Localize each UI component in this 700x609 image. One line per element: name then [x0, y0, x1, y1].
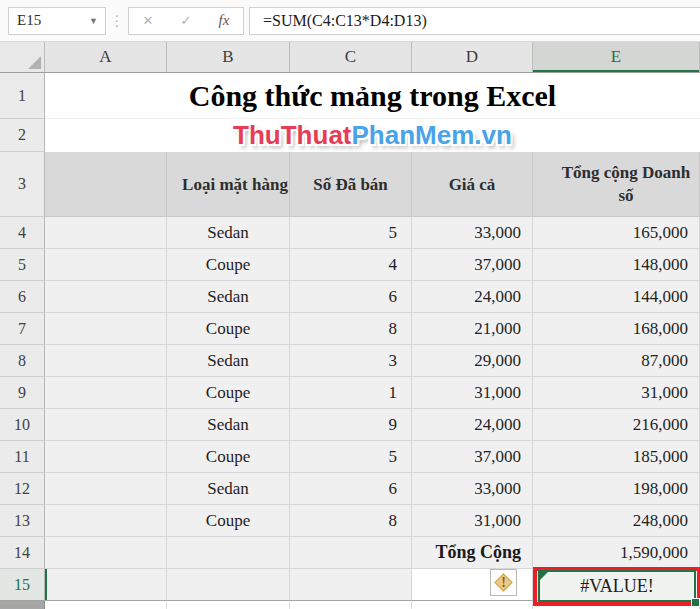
- cell-qty[interactable]: 6: [290, 473, 412, 505]
- cell-qty[interactable]: 3: [290, 345, 412, 377]
- error-options-button[interactable]: !: [490, 569, 517, 596]
- cell-qty[interactable]: 5: [290, 217, 412, 249]
- cell-c15[interactable]: [290, 569, 412, 601]
- cell-item-type[interactable]: Sedan: [167, 217, 290, 249]
- row-header[interactable]: 11: [0, 441, 45, 473]
- cell-a[interactable]: [45, 441, 167, 473]
- cell-total[interactable]: 198,000: [533, 473, 700, 505]
- cell-price[interactable]: 31,000: [412, 377, 533, 409]
- row-header[interactable]: 10: [0, 409, 45, 441]
- cell-price[interactable]: 31,000: [412, 505, 533, 537]
- column-header-d[interactable]: D: [412, 42, 533, 72]
- cell-qty[interactable]: 9: [290, 409, 412, 441]
- cell-b15[interactable]: [167, 569, 290, 601]
- cell-a[interactable]: [45, 281, 167, 313]
- cell-price[interactable]: 37,000: [412, 441, 533, 473]
- cell-b14[interactable]: [167, 537, 290, 569]
- cell-total[interactable]: 165,000: [533, 217, 700, 249]
- cell-item-type[interactable]: Coupe: [167, 249, 290, 281]
- cell-item-type[interactable]: Coupe: [167, 377, 290, 409]
- fill-handle[interactable]: [691, 598, 700, 607]
- header-sold[interactable]: Số Đã bán: [290, 152, 412, 217]
- selected-cell-border[interactable]: #VALUE!: [538, 570, 696, 602]
- cell-a[interactable]: [45, 377, 167, 409]
- cell-price[interactable]: 24,000: [412, 409, 533, 441]
- cell-price[interactable]: 24,000: [412, 281, 533, 313]
- cell-a[interactable]: [45, 505, 167, 537]
- enter-icon[interactable]: ✓: [181, 13, 192, 28]
- cell-price[interactable]: 33,000: [412, 217, 533, 249]
- cell-item-type[interactable]: Sedan: [167, 345, 290, 377]
- cell-total[interactable]: 248,000: [533, 505, 700, 537]
- cell-qty[interactable]: 8: [290, 313, 412, 345]
- cell-total[interactable]: 168,000: [533, 313, 700, 345]
- cell-price[interactable]: 37,000: [412, 249, 533, 281]
- cell-a[interactable]: [45, 313, 167, 345]
- total-value-cell[interactable]: 1,590,000: [533, 537, 700, 569]
- error-row: 15 ! #VALUE!: [0, 569, 700, 601]
- cell-item-type[interactable]: Sedan: [167, 409, 290, 441]
- cell-total[interactable]: 148,000: [533, 249, 700, 281]
- cell-a14[interactable]: [45, 537, 167, 569]
- cell-qty[interactable]: 5: [290, 441, 412, 473]
- cell-a3[interactable]: [45, 152, 167, 217]
- cell-a[interactable]: [45, 249, 167, 281]
- cell-qty[interactable]: 6: [290, 281, 412, 313]
- formula-input[interactable]: =SUM(C4:C13*D4:D13): [249, 7, 700, 35]
- select-all-corner[interactable]: [0, 42, 45, 72]
- column-header-b[interactable]: B: [167, 42, 290, 72]
- row-header[interactable]: 9: [0, 377, 45, 409]
- cancel-icon[interactable]: ✕: [143, 13, 154, 28]
- column-header-e-selected[interactable]: E: [533, 42, 700, 72]
- row-header[interactable]: 13: [0, 505, 45, 537]
- row-header[interactable]: 7: [0, 313, 45, 345]
- row-header[interactable]: 6: [0, 281, 45, 313]
- cell-item-type[interactable]: Coupe: [167, 441, 290, 473]
- header-total[interactable]: Tổng cộng Doanh số: [533, 152, 700, 217]
- cell-price[interactable]: 29,000: [412, 345, 533, 377]
- cell-qty[interactable]: 1: [290, 377, 412, 409]
- column-header-a[interactable]: A: [45, 42, 167, 72]
- name-box[interactable]: E15 ▼: [8, 7, 106, 35]
- cell-qty[interactable]: 4: [290, 249, 412, 281]
- column-header-c[interactable]: C: [290, 42, 412, 72]
- row-header[interactable]: 3: [0, 152, 45, 217]
- total-label-cell[interactable]: Tổng Cộng: [412, 537, 533, 569]
- name-box-dropdown-icon[interactable]: ▼: [89, 16, 105, 26]
- insert-function-icon[interactable]: fx: [219, 12, 230, 29]
- cell-a[interactable]: [45, 217, 167, 249]
- table-row: 8 Sedan 3 29,000 87,000: [0, 345, 700, 377]
- row-header[interactable]: 12: [0, 473, 45, 505]
- cell-d15[interactable]: !: [412, 569, 533, 601]
- row-header[interactable]: 14: [0, 537, 45, 569]
- table-row: 5 Coupe 4 37,000 148,000: [0, 249, 700, 281]
- header-item-type[interactable]: Loại mặt hàng: [167, 152, 290, 217]
- row-header[interactable]: 5: [0, 249, 45, 281]
- cell-total[interactable]: 144,000: [533, 281, 700, 313]
- cell-c14[interactable]: [290, 537, 412, 569]
- cell-qty[interactable]: 8: [290, 505, 412, 537]
- cell-total[interactable]: 87,000: [533, 345, 700, 377]
- cell-price[interactable]: 33,000: [412, 473, 533, 505]
- title-cell[interactable]: Công thức mảng trong Excel: [45, 73, 700, 119]
- cell-price[interactable]: 21,000: [412, 313, 533, 345]
- row-header[interactable]: 1: [0, 73, 45, 119]
- cell-item-type[interactable]: Sedan: [167, 473, 290, 505]
- active-error-cell[interactable]: #VALUE!: [533, 569, 700, 601]
- cell-item-type[interactable]: Coupe: [167, 505, 290, 537]
- cell-a15[interactable]: [45, 569, 167, 601]
- cell-item-type[interactable]: Coupe: [167, 313, 290, 345]
- cell-item-type[interactable]: Sedan: [167, 281, 290, 313]
- cell-total[interactable]: 216,000: [533, 409, 700, 441]
- row-header[interactable]: 8: [0, 345, 45, 377]
- row-header[interactable]: 4: [0, 217, 45, 249]
- row-header-active[interactable]: 15: [0, 569, 45, 601]
- cell-a[interactable]: [45, 345, 167, 377]
- cell-total[interactable]: 185,000: [533, 441, 700, 473]
- cell-a[interactable]: [45, 473, 167, 505]
- row-header[interactable]: 2: [0, 119, 45, 152]
- cell-a[interactable]: [45, 409, 167, 441]
- cell-total[interactable]: 31,000: [533, 377, 700, 409]
- header-price[interactable]: Giá cả: [412, 152, 533, 217]
- watermark-cell[interactable]: ThuThuatPhanMem.vn: [45, 119, 700, 152]
